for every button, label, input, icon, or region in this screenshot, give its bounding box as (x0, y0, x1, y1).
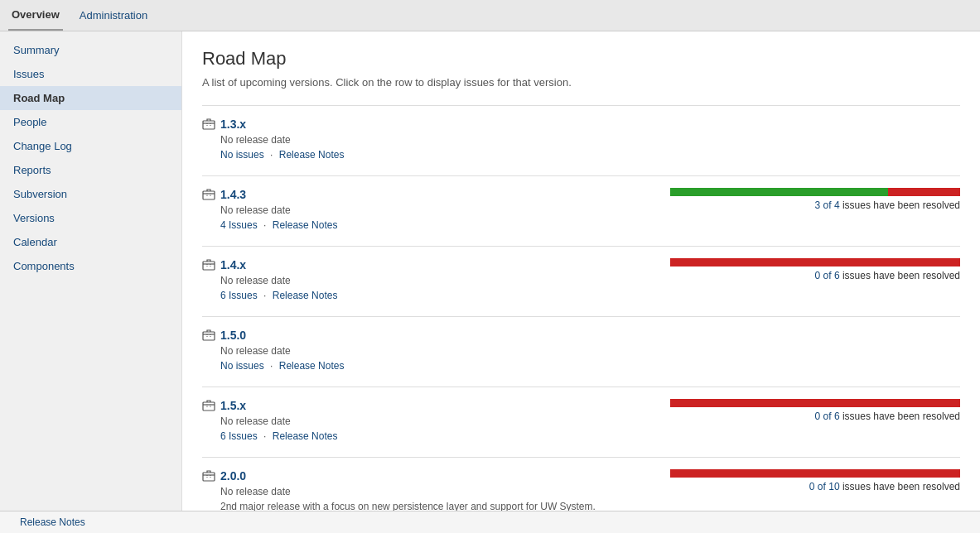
version-link-1.5.x[interactable]: 1.5.x (220, 399, 246, 412)
progress-bar-1.4.x (670, 258, 960, 266)
version-left-1.3.x: 1.3.x No release date No issues · Releas… (202, 118, 670, 161)
top-navigation: Overview Administration (0, 0, 980, 31)
version-row-1.5.x[interactable]: 1.5.x No release date 6 Issues · Release… (202, 387, 960, 457)
versions-list: 1.3.x No release date No issues · Releas… (202, 105, 960, 533)
progress-bar-1.5.x (670, 399, 960, 407)
separator-1.4.3: · (263, 219, 266, 231)
sidebar-item-subversion[interactable]: Subversion (0, 182, 181, 206)
main-content: Road Map A list of upcoming versions. Cl… (182, 31, 980, 533)
sidebar-item-roadmap[interactable]: Road Map (0, 86, 181, 110)
version-date-1.4.3: No release date (220, 204, 670, 216)
version-left-1.4.3: 1.4.3 No release date 4 Issues · Release… (202, 188, 670, 231)
version-link-1.4.3[interactable]: 1.4.3 (220, 188, 246, 201)
version-title-1.3.x: 1.3.x (202, 118, 670, 131)
version-right-1.4.x: 0 of 6 issues have been resolved (670, 258, 960, 281)
page-description: A list of upcoming versions. Click on th… (202, 76, 960, 89)
separator-1.3.x: · (270, 149, 273, 161)
issues-link-1.4.3[interactable]: 4 Issues (220, 219, 258, 231)
version-header-1.5.x: 1.5.x No release date 6 Issues · Release… (202, 399, 960, 442)
version-title-1.5.0: 1.5.0 (202, 329, 670, 342)
release-notes-link-1.3.x[interactable]: Release Notes (279, 149, 345, 161)
sidebar-item-calendar[interactable]: Calendar (0, 230, 181, 254)
sidebar: Summary Issues Road Map People Change Lo… (0, 31, 182, 533)
release-notes-link-1.4.3[interactable]: Release Notes (273, 219, 338, 231)
sidebar-item-changelog[interactable]: Change Log (0, 134, 181, 158)
version-row-1.4.3[interactable]: 1.4.3 No release date 4 Issues · Release… (202, 175, 960, 246)
svg-rect-4 (203, 402, 215, 411)
version-row-1.4.x[interactable]: 1.4.x No release date 6 Issues · Release… (202, 246, 960, 316)
version-links-1.3.x: No issues · Release Notes (220, 149, 670, 161)
progress-text-1.4.x: 0 of 6 issues have been resolved (815, 270, 960, 281)
sidebar-item-people[interactable]: People (0, 110, 181, 134)
version-link-1.3.x[interactable]: 1.3.x (220, 118, 246, 131)
version-left-1.5.0: 1.5.0 No release date No issues · Releas… (202, 329, 670, 372)
release-notes-link-1.5.0[interactable]: Release Notes (279, 360, 345, 372)
version-right-1.5.x: 0 of 6 issues have been resolved (670, 399, 960, 422)
footer-release-notes-link[interactable]: Release Notes (20, 516, 85, 528)
version-header-1.3.x: 1.3.x No release date No issues · Releas… (202, 118, 960, 161)
version-header-1.4.x: 1.4.x No release date 6 Issues · Release… (202, 258, 960, 301)
sidebar-item-summary[interactable]: Summary (0, 38, 181, 62)
box-icon-2.0.0 (202, 469, 215, 483)
box-icon-1.5.0 (202, 329, 215, 342)
version-title-1.5.x: 1.5.x (202, 399, 670, 412)
progress-text-1.4.3: 3 of 4 issues have been resolved (815, 199, 960, 211)
version-links-1.4.x: 6 Issues · Release Notes (220, 290, 670, 301)
box-icon-1.4.x (202, 258, 215, 271)
sidebar-item-versions[interactable]: Versions (0, 206, 181, 230)
progress-text-1.5.x: 0 of 6 issues have been resolved (815, 411, 960, 422)
topnav-overview[interactable]: Overview (8, 0, 63, 31)
page-title: Road Map (202, 48, 960, 70)
issues-link-1.5.0[interactable]: No issues (220, 360, 264, 372)
svg-rect-2 (203, 262, 215, 270)
page-footer: Release Notes (0, 511, 980, 533)
version-left-1.5.x: 1.5.x No release date 6 Issues · Release… (202, 399, 670, 442)
svg-rect-3 (203, 332, 215, 340)
svg-rect-5 (203, 473, 215, 481)
box-icon-1.3.x (202, 118, 215, 131)
sidebar-item-issues[interactable]: Issues (0, 62, 181, 86)
version-date-1.5.x: No release date (220, 415, 670, 427)
issues-link-1.4.x[interactable]: 6 Issues (220, 290, 258, 301)
version-row-1.5.0[interactable]: 1.5.0 No release date No issues · Releas… (202, 316, 960, 387)
version-links-1.4.3: 4 Issues · Release Notes (220, 219, 670, 231)
version-title-1.4.x: 1.4.x (202, 258, 670, 271)
separator-1.5.x: · (263, 430, 266, 442)
release-notes-link-1.5.x[interactable]: Release Notes (273, 430, 338, 442)
version-row-1.3.x[interactable]: 1.3.x No release date No issues · Releas… (202, 105, 960, 175)
sidebar-item-components[interactable]: Components (0, 254, 181, 278)
version-link-1.4.x[interactable]: 1.4.x (220, 258, 246, 271)
version-date-1.5.0: No release date (220, 345, 670, 357)
svg-rect-0 (203, 121, 215, 129)
version-right-2.0.0: 0 of 10 issues have been resolved (670, 469, 960, 492)
issues-link-1.5.x[interactable]: 6 Issues (220, 430, 258, 442)
box-icon-1.5.x (202, 399, 215, 412)
svg-rect-1 (203, 191, 215, 199)
box-icon-1.4.3 (202, 188, 215, 201)
version-date-1.3.x: No release date (220, 134, 670, 146)
page-layout: Summary Issues Road Map People Change Lo… (0, 31, 980, 533)
version-title-2.0.0: 2.0.0 (202, 469, 670, 483)
version-header-1.4.3: 1.4.3 No release date 4 Issues · Release… (202, 188, 960, 231)
version-date-2.0.0: No release date (220, 486, 670, 497)
version-link-2.0.0[interactable]: 2.0.0 (220, 469, 246, 483)
version-header-1.5.0: 1.5.0 No release date No issues · Releas… (202, 329, 960, 372)
version-links-1.5.x: 6 Issues · Release Notes (220, 430, 670, 442)
version-date-1.4.x: No release date (220, 275, 670, 286)
sidebar-item-reports[interactable]: Reports (0, 158, 181, 182)
separator-1.4.x: · (263, 290, 266, 301)
version-left-1.4.x: 1.4.x No release date 6 Issues · Release… (202, 258, 670, 301)
version-link-1.5.0[interactable]: 1.5.0 (220, 329, 246, 342)
release-notes-link-1.4.x[interactable]: Release Notes (273, 290, 338, 301)
separator-1.5.0: · (270, 360, 273, 372)
version-title-1.4.3: 1.4.3 (202, 188, 670, 201)
version-links-1.5.0: No issues · Release Notes (220, 360, 670, 372)
issues-link-1.3.x[interactable]: No issues (220, 149, 264, 161)
progress-text-2.0.0: 0 of 10 issues have been resolved (809, 481, 960, 492)
topnav-administration[interactable]: Administration (76, 1, 151, 30)
version-right-1.4.3: 3 of 4 issues have been resolved (670, 188, 960, 211)
progress-bar-1.4.3 (670, 188, 960, 196)
progress-bar-2.0.0 (670, 469, 960, 478)
